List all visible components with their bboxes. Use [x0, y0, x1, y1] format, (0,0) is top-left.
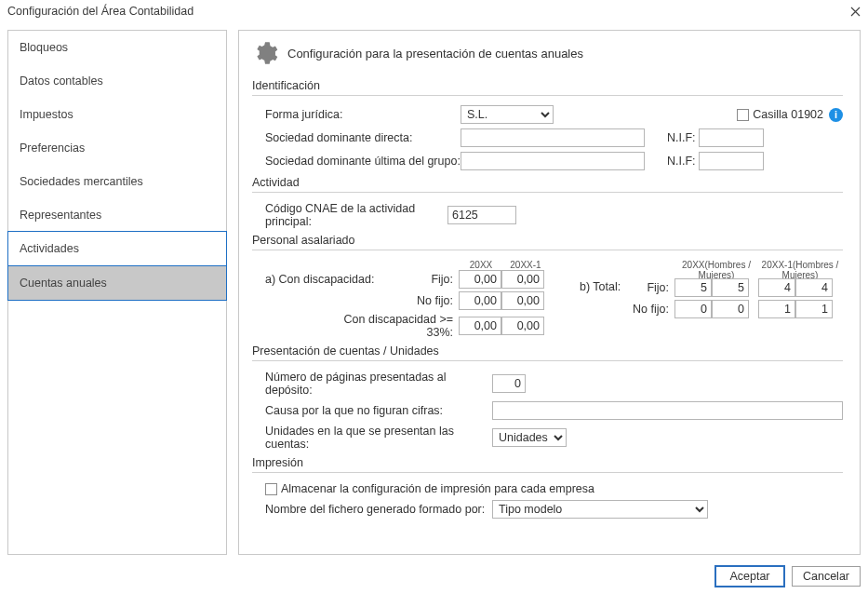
accept-button-label: Aceptar	[729, 570, 769, 583]
sociedad-grupo-label: Sociedad dominante última del grupo:	[252, 155, 461, 168]
cancel-button[interactable]: Cancelar	[792, 566, 861, 587]
sidebar-item-cuentas-anuales[interactable]: Cuentas anuales	[7, 265, 227, 301]
info-icon[interactable]: i	[829, 108, 843, 122]
forma-juridica-select[interactable]: S.L.	[461, 105, 554, 124]
col-20xx1: 20XX-1	[503, 260, 548, 270]
a-gte33-20xx-input[interactable]	[459, 317, 501, 335]
sidebar-item-label: Bloqueos	[20, 41, 68, 54]
sidebar-item-datos-contables[interactable]: Datos contables	[8, 64, 226, 98]
sidebar-item-sociedades-mercantiles[interactable]: Sociedades mercantiles	[8, 165, 226, 198]
sidebar-item-label: Actividades	[20, 242, 79, 255]
sidebar-item-label: Datos contables	[20, 74, 103, 88]
sidebar-item-impuestos[interactable]: Impuestos	[8, 98, 226, 131]
sidebar-item-representantes[interactable]: Representantes	[8, 198, 226, 232]
sociedad-directa-input[interactable]	[461, 128, 645, 147]
a-fijo-20xx1-input[interactable]	[501, 270, 544, 289]
cancel-button-label: Cancelar	[803, 570, 849, 583]
b-fijo-h-input[interactable]	[674, 278, 712, 297]
col-b1: 20XX(Hombres / Mujeres)	[674, 260, 758, 280]
b-nofijo1-m-input[interactable]	[795, 300, 833, 318]
nif-grupo-input[interactable]	[699, 152, 764, 170]
page-title: Configuración para la presentación de cu…	[287, 47, 583, 61]
causa-label: Causa por la que no figuran cifras:	[252, 404, 492, 417]
dialog-buttons: Aceptar Cancelar	[715, 566, 861, 587]
casilla-01902-checkbox[interactable]	[737, 109, 749, 121]
unidades-label: Unidades en la que se presentan las cuen…	[252, 425, 492, 451]
unidades-select[interactable]: Unidades	[492, 428, 567, 447]
nofijo-label: No fijo:	[384, 294, 459, 307]
nif-directa-input[interactable]	[699, 128, 764, 147]
accept-button[interactable]: Aceptar	[715, 566, 784, 587]
almacenar-label: Almacenar la configuración de impresión …	[281, 482, 594, 495]
causa-input[interactable]	[492, 401, 843, 420]
sidebar-item-label: Representantes	[20, 209, 101, 222]
a-fijo-20xx-input[interactable]	[459, 270, 501, 289]
b-fijo-label: Fijo:	[628, 281, 674, 294]
nif-grupo-label: N.I.F:	[667, 155, 699, 168]
close-button[interactable]	[848, 4, 862, 19]
b-nofijo-h-input[interactable]	[674, 300, 712, 318]
section-identificacion: Identificación	[252, 79, 843, 96]
sidebar-item-label: Cuentas anuales	[20, 277, 107, 290]
nif-directa-label: N.I.F:	[667, 131, 699, 144]
paginas-input[interactable]	[492, 374, 526, 393]
close-icon	[850, 7, 861, 17]
cnae-input[interactable]	[447, 206, 516, 224]
sociedad-directa-label: Sociedad dominante directa:	[252, 131, 461, 144]
b-total-label: b) Total:	[580, 280, 628, 293]
a-nofijo-20xx-input[interactable]	[459, 291, 501, 310]
window-title: Configuración del Área Contabilidad	[7, 5, 194, 18]
a-gte33-20xx1-input[interactable]	[501, 317, 544, 335]
titlebar: Configuración del Área Contabilidad	[0, 0, 868, 22]
fichero-select[interactable]: Tipo modelo	[492, 500, 708, 519]
paginas-label: Número de páginas presentadas al depósit…	[252, 371, 492, 397]
content-panel: Configuración para la presentación de cu…	[238, 30, 861, 555]
sidebar-item-label: Preferencias	[20, 142, 85, 155]
col-b2: 20XX-1(Hombres / Mujeres)	[758, 260, 842, 280]
fichero-label: Nombre del fichero generado formado por:	[252, 503, 492, 516]
sidebar-item-bloqueos[interactable]: Bloqueos	[8, 31, 226, 64]
section-impresion: Impresión	[252, 456, 843, 473]
section-presentacion: Presentación de cuentas / Unidades	[252, 344, 843, 361]
a-con-discapacidad-label: a) Con discapacidad:	[265, 273, 384, 286]
sidebar-item-actividades[interactable]: Actividades	[7, 231, 227, 266]
gte33-label: Con discapacidad >= 33%:	[319, 313, 459, 339]
col-20xx: 20XX	[459, 260, 503, 270]
b-fijo1-h-input[interactable]	[758, 278, 795, 297]
section-personal: Personal asalariado	[252, 234, 843, 250]
b-fijo-m-input[interactable]	[712, 278, 749, 297]
fijo-label: Fijo:	[384, 273, 459, 286]
sidebar: Bloqueos Datos contables Impuestos Prefe…	[7, 30, 227, 555]
sociedad-grupo-input[interactable]	[461, 152, 645, 170]
gear-icon	[252, 40, 278, 66]
sidebar-item-label: Sociedades mercantiles	[20, 175, 143, 188]
cnae-label: Código CNAE de la actividad principal:	[252, 202, 447, 228]
b-nofijo-m-input[interactable]	[712, 300, 749, 318]
b-nofijo1-h-input[interactable]	[758, 300, 795, 318]
almacenar-checkbox[interactable]	[265, 483, 277, 495]
b-fijo1-m-input[interactable]	[795, 278, 833, 297]
sidebar-item-label: Impuestos	[20, 108, 73, 121]
b-nofijo-label: No fijo:	[628, 303, 674, 316]
section-actividad: Actividad	[252, 176, 843, 193]
sidebar-item-preferencias[interactable]: Preferencias	[8, 131, 226, 165]
forma-juridica-label: Forma jurídica:	[252, 108, 461, 121]
casilla-01902-label: Casilla 01902	[753, 108, 823, 121]
a-nofijo-20xx1-input[interactable]	[501, 291, 544, 310]
